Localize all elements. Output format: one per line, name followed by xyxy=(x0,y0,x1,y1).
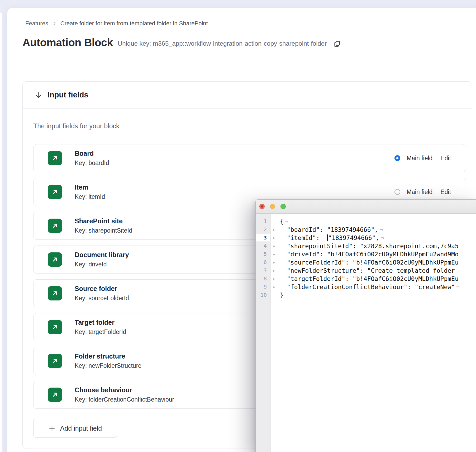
fold-triangle-icon[interactable]: ▸ xyxy=(273,268,280,273)
collapse-arrow-icon[interactable] xyxy=(34,91,42,99)
code-line: { ¬ xyxy=(273,217,476,225)
plus-icon xyxy=(49,425,55,432)
field-name: Folder structure xyxy=(75,352,141,360)
open-field-icon xyxy=(48,219,62,233)
code-line: } xyxy=(273,291,476,299)
minimize-button[interactable] xyxy=(270,204,275,209)
field-texts: SharePoint site Key: sharepointSiteId xyxy=(75,217,132,234)
card-description: The input fields for your block xyxy=(33,122,472,130)
field-key: Key: driveId xyxy=(75,261,129,268)
line-number: 10 xyxy=(256,291,270,299)
unique-key: Unique key: m365_app::workflow-integrati… xyxy=(118,40,327,47)
code-line: ▸ "sourceFolderId": "b!4FOafC6iO02cU0yML… xyxy=(273,258,476,266)
breadcrumb: Features Create folder for item from tem… xyxy=(25,20,208,27)
line-number: 3 xyxy=(256,234,270,242)
fold-triangle-icon[interactable]: ▸ xyxy=(273,227,280,232)
code-editor-window: 12345678910 { ¬ ▸ "boardId": "1839749466… xyxy=(255,199,476,452)
main-field-label: Main field xyxy=(407,155,432,162)
open-field-icon xyxy=(48,151,62,165)
fold-triangle-icon[interactable]: ▸ xyxy=(273,260,280,265)
field-name: Choose behaviour xyxy=(75,386,174,394)
line-number: 8 xyxy=(256,275,270,283)
field-name: Board xyxy=(75,150,109,157)
line-number: 5 xyxy=(256,250,270,258)
fold-triangle-icon[interactable]: ▸ xyxy=(273,285,280,289)
copy-icon xyxy=(333,40,341,48)
fold-triangle-icon[interactable]: ▸ xyxy=(273,244,280,248)
open-field-icon xyxy=(48,388,62,402)
open-field-icon xyxy=(48,252,62,267)
line-number: 2 xyxy=(256,225,270,234)
field-key: Key: sharepointSiteId xyxy=(75,227,132,234)
code-text: "targetFolderId": "b!4FOafC6iO02cU0yMLDh… xyxy=(280,275,459,282)
field-texts: Target folder Key: targetFolderId xyxy=(75,319,126,336)
add-input-field-label: Add input field xyxy=(60,425,102,432)
field-key: Key: targetFolderId xyxy=(75,328,126,336)
line-number: 7 xyxy=(256,266,270,275)
code-line: ▸ "boardId": "18397494666", ¬ xyxy=(273,225,476,234)
main-field-radio[interactable] xyxy=(394,189,400,195)
open-field-icon xyxy=(48,185,62,199)
code-line: ▸ "newFolderStructure": "Create template… xyxy=(273,266,476,275)
fold-triangle-icon[interactable]: ▸ xyxy=(273,252,280,257)
copy-button[interactable] xyxy=(333,40,341,48)
close-button[interactable] xyxy=(259,204,265,209)
open-field-icon xyxy=(48,320,62,334)
field-texts: Folder structure Key: newFolderStructure xyxy=(75,352,141,369)
editor-body: 12345678910 { ¬ ▸ "boardId": "1839749466… xyxy=(256,214,476,452)
window-titlebar xyxy=(256,200,476,214)
zoom-button[interactable] xyxy=(280,204,286,209)
input-field-row: Board Key: boardId Main field Edit xyxy=(33,144,466,172)
card-title: Input fields xyxy=(47,91,88,99)
code-area[interactable]: { ¬ ▸ "boardId": "18397494666", ¬ ▸ "ite… xyxy=(270,214,476,452)
field-key: Key: folderCreationConflictBehaviour xyxy=(75,396,174,403)
code-line: ▸ "itemId": "18397494666", ¬ xyxy=(273,234,476,242)
code-text: { xyxy=(280,218,284,225)
code-text: "newFolderStructure": "Create templated … xyxy=(280,267,459,274)
line-number: 1 xyxy=(256,217,270,225)
field-name: SharePoint site xyxy=(75,217,132,225)
open-field-icon xyxy=(48,286,62,300)
input-fields-card-header: Input fields xyxy=(23,82,472,109)
code-line: ▸ "sharepointSiteId": "x2828.sharepoint.… xyxy=(273,242,476,250)
field-name: Source folder xyxy=(75,285,129,293)
field-texts: Document library Key: driveId xyxy=(75,251,129,268)
code-text: "boardId": "18397494666", xyxy=(280,226,378,233)
code-line: ▸ "folderCreationConflictBehaviour": "cr… xyxy=(273,283,476,291)
field-key: Key: itemId xyxy=(75,193,105,200)
code-text: "itemId": "18397494666", xyxy=(280,234,379,241)
breadcrumb-current: Create folder for item from templated fo… xyxy=(60,20,208,27)
code-text: "folderCreationConflictBehaviour": "crea… xyxy=(280,284,455,290)
code-text: "driveId": "b!4FOafC6iO02cU0yMLDhkUPpmEu… xyxy=(280,251,459,258)
edit-link[interactable]: Edit xyxy=(440,155,451,162)
add-input-field-button[interactable]: Add input field xyxy=(33,419,117,438)
page: Features Create folder for item from tem… xyxy=(0,0,476,452)
field-controls: Main field Edit xyxy=(394,189,451,196)
code-line: ▸ "targetFolderId": "b!4FOafC6iO02cU0yML… xyxy=(273,275,476,283)
code-text: } xyxy=(280,292,284,299)
field-name: Target folder xyxy=(75,319,126,326)
field-controls: Main field Edit xyxy=(394,155,451,162)
main-field-radio[interactable] xyxy=(394,155,400,161)
code-line: ▸ "driveId": "b!4FOafC6iO02cU0yMLDhkUPpm… xyxy=(273,250,476,258)
page-title: Automation Block xyxy=(22,36,113,49)
field-name: Item xyxy=(75,183,105,191)
field-name: Document library xyxy=(75,251,129,259)
eol-mark-icon: ¬ xyxy=(285,218,288,225)
code-text: "sourceFolderId": "b!4FOafC6iO02cU0yMLDh… xyxy=(280,259,459,266)
code-text: "sharepointSiteId": "x2828.sharepoint.co… xyxy=(280,243,459,249)
line-number: 6 xyxy=(256,258,270,266)
chevron-right-icon xyxy=(52,21,57,26)
fold-triangle-icon[interactable]: ▸ xyxy=(273,276,280,281)
fold-triangle-icon[interactable]: ▸ xyxy=(273,236,280,240)
open-field-icon xyxy=(48,354,62,368)
field-texts: Choose behaviour Key: folderCreationConf… xyxy=(75,386,174,403)
eol-mark-icon: ¬ xyxy=(379,227,383,233)
field-key: Key: boardId xyxy=(75,159,109,167)
left-panel-edge xyxy=(0,12,2,452)
edit-link[interactable]: Edit xyxy=(440,189,451,196)
line-number: 4 xyxy=(256,242,270,250)
breadcrumb-link-features[interactable]: Features xyxy=(25,20,48,27)
field-texts: Source folder Key: sourceFolderId xyxy=(75,285,129,302)
field-texts: Board Key: boardId xyxy=(75,150,109,167)
